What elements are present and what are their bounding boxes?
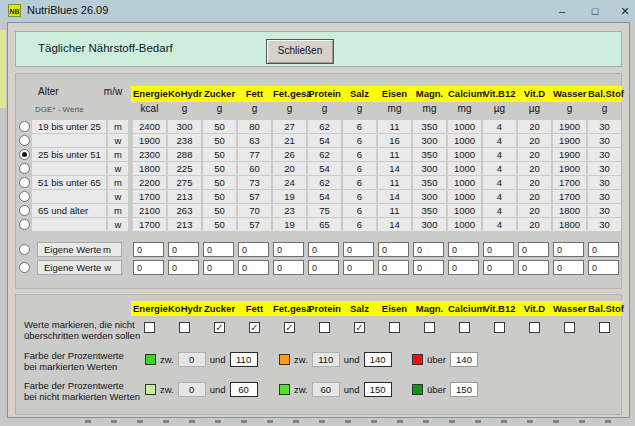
custom-value-input[interactable] — [448, 242, 479, 257]
dialog-body: Täglicher Nährstoff-Bedarf Schließen Alt… — [7, 22, 630, 418]
custom-value-input[interactable] — [413, 242, 444, 257]
custom-rows: Eigene WertemEigene Wertew — [16, 74, 621, 288]
mark-checkbox-Fett[interactable] — [249, 322, 260, 333]
range-group: zw.und — [145, 352, 258, 367]
mark-checkbox-Eisen[interactable] — [389, 322, 400, 333]
custom-value-input[interactable] — [308, 260, 339, 275]
schliessen-button[interactable]: Schließen — [266, 39, 334, 64]
minimize-button[interactable]: – — [550, 2, 574, 20]
mark-checkbox-Vit.B12[interactable] — [494, 322, 505, 333]
custom-value-input[interactable] — [238, 242, 269, 257]
range-group: zw.und — [279, 352, 392, 367]
range-from-input[interactable] — [178, 382, 206, 397]
background-window-edge — [0, 22, 7, 418]
custom-value-input[interactable] — [273, 260, 304, 275]
mark-checkbox-Calcium[interactable] — [459, 322, 470, 333]
custom-label: Eigene Werte — [44, 243, 101, 256]
window-title: NutriBlues 26.09 — [27, 4, 108, 16]
window-titlebar: NB NutriBlues 26.09 – □ ✕ — [0, 0, 635, 22]
custom-value-input[interactable] — [133, 242, 164, 257]
mark-checkbox-Magn.[interactable] — [424, 322, 435, 333]
custom-value-input[interactable] — [518, 260, 549, 275]
custom-value-input[interactable] — [413, 260, 444, 275]
custom-value-input[interactable] — [343, 242, 374, 257]
range-prefix: zw. — [160, 354, 174, 365]
custom-value-input[interactable] — [588, 242, 619, 257]
range-to-input[interactable] — [364, 352, 392, 367]
mark-checkbox-Vit.D[interactable] — [529, 322, 540, 333]
mark-label-line2: überschritten werden sollen — [24, 330, 140, 341]
mark-checkbox-Fet.gesä[interactable] — [284, 322, 295, 333]
mark-label-line1: Werte markieren, die nicht — [24, 319, 135, 330]
close-window-button[interactable]: ✕ — [613, 2, 635, 20]
custom-label-box: Eigene Wertew — [37, 260, 122, 275]
range-group: zw.und — [145, 382, 258, 397]
mark-checkbox-Wasser[interactable] — [564, 322, 575, 333]
custom-value-input[interactable] — [588, 260, 619, 275]
range1-label-line2: bei markierten Werten — [24, 361, 117, 372]
mark-checkbox-Salz[interactable] — [354, 322, 365, 333]
mark-checkbox-Energie[interactable] — [144, 322, 155, 333]
custom-label-box: Eigene Wertem — [37, 242, 122, 257]
range-prefix: über — [427, 384, 446, 395]
custom-row-radio[interactable] — [19, 244, 30, 255]
custom-value-input[interactable] — [168, 260, 199, 275]
range-over-input[interactable] — [450, 382, 478, 397]
custom-value-input[interactable] — [343, 260, 374, 275]
custom-value-input[interactable] — [483, 260, 514, 275]
range-from-input[interactable] — [312, 352, 340, 367]
color-swatch — [412, 354, 423, 365]
mark-checkbox-Bal.Stof[interactable] — [599, 322, 610, 333]
range-und-label: und — [344, 384, 360, 395]
mark-checkbox-Zucker[interactable] — [214, 322, 225, 333]
range-from-input[interactable] — [312, 382, 340, 397]
custom-value-input[interactable] — [483, 242, 514, 257]
mark-checkbox-Protein[interactable] — [319, 322, 330, 333]
custom-value-input[interactable] — [168, 242, 199, 257]
col-header-bottom-Wasser: Wasser — [553, 303, 586, 314]
custom-row-radio[interactable] — [19, 262, 30, 273]
custom-value-input[interactable] — [553, 260, 584, 275]
range-to-input[interactable] — [230, 382, 258, 397]
col-header-bottom-Vit.D: Vit.D — [518, 303, 551, 314]
range2-label-line1: Farbe der Prozentwerte — [24, 380, 124, 391]
custom-label: Eigene Werte — [44, 261, 101, 274]
custom-value-input[interactable] — [203, 260, 234, 275]
col-header-bottom-Fett: Fett — [238, 303, 271, 314]
custom-value-input[interactable] — [273, 242, 304, 257]
col-header-bottom-Salz: Salz — [343, 303, 376, 314]
custom-value-input[interactable] — [378, 260, 409, 275]
range-group: über — [412, 382, 478, 397]
custom-value-input[interactable] — [133, 260, 164, 275]
col-header-bottom-Energie: Energie — [133, 303, 166, 314]
custom-value-input[interactable] — [203, 242, 234, 257]
range-prefix: über — [427, 354, 446, 365]
background-clipped-text — [85, 420, 625, 423]
col-header-bottom-Calcium: Calcium — [448, 303, 481, 314]
app-icon: NB — [8, 4, 21, 17]
screen: NB NutriBlues 26.09 – □ ✕ Täglicher Nähr… — [0, 0, 635, 426]
custom-value-input[interactable] — [518, 242, 549, 257]
range-group: über — [412, 352, 478, 367]
custom-value-input[interactable] — [308, 242, 339, 257]
custom-row: Eigene Wertew — [16, 260, 621, 275]
custom-value-input[interactable] — [238, 260, 269, 275]
color-swatch — [279, 354, 290, 365]
custom-sex-label: w — [104, 261, 111, 274]
marking-panel: EnergieKoHydrZuckerFettFet.gesäProteinSa… — [15, 294, 622, 415]
maximize-button[interactable]: □ — [583, 2, 607, 20]
custom-value-input[interactable] — [553, 242, 584, 257]
range-over-input[interactable] — [450, 352, 478, 367]
color-swatch — [145, 354, 156, 365]
range-from-input[interactable] — [178, 352, 206, 367]
custom-value-input[interactable] — [448, 260, 479, 275]
col-header-bottom-KoHydr: KoHydr — [168, 303, 201, 314]
background-window-bottom — [0, 418, 635, 426]
range-prefix: zw. — [160, 384, 174, 395]
col-header-bottom-Magn.: Magn. — [413, 303, 446, 314]
range-prefix: zw. — [294, 354, 308, 365]
mark-checkbox-KoHydr[interactable] — [179, 322, 190, 333]
range-to-input[interactable] — [364, 382, 392, 397]
custom-value-input[interactable] — [378, 242, 409, 257]
range-to-input[interactable] — [230, 352, 258, 367]
